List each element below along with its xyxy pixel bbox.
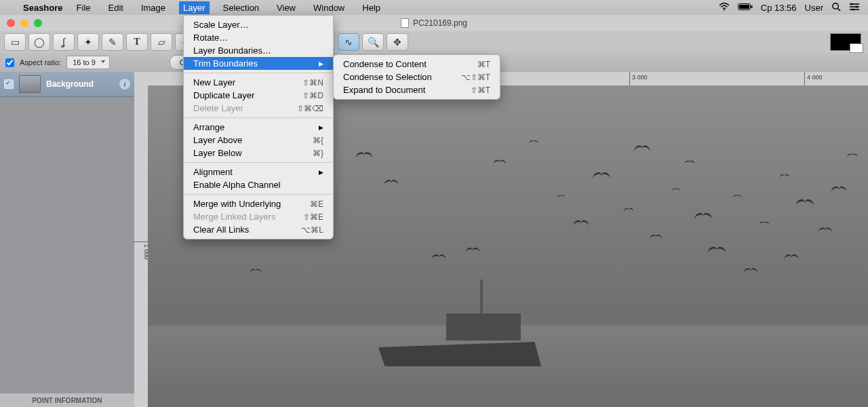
svg-rect-2 [739, 5, 749, 9]
menu-help[interactable]: Help [358, 1, 384, 14]
menu-item-clear-all-links[interactable]: Clear All Links⌥⌘L [184, 223, 333, 236]
control-center-icon[interactable] [849, 3, 860, 13]
zoom-window-button[interactable] [34, 19, 42, 27]
menu-item-layer-boundaries[interactable]: Layer Boundaries… [184, 44, 333, 57]
tool-smudge[interactable]: ∿ [338, 33, 359, 51]
svg-rect-3 [751, 5, 752, 8]
traffic-lights [7, 19, 42, 27]
battery-icon[interactable] [738, 3, 753, 13]
tool-rect-select[interactable]: ▭ [4, 33, 26, 51]
menu-item-alignment[interactable]: Alignment▶ [184, 166, 333, 178]
status-area: Ср 13:56 User [719, 2, 860, 14]
layer-menu-dropdown: Scale Layer…Rotate…Layer Boundaries…Trim… [183, 15, 334, 239]
wifi-icon[interactable] [719, 3, 730, 13]
layer-thumbnail [19, 75, 41, 93]
tool-text[interactable]: T [126, 33, 148, 51]
menu-view[interactable]: View [273, 1, 300, 14]
tool-lasso[interactable]: ʆ [53, 33, 75, 51]
menu-item-duplicate-layer[interactable]: Duplicate Layer⇧⌘D [184, 89, 333, 102]
submenu-item-expand-to-document[interactable]: Expand to Document⇧⌘T [334, 83, 500, 96]
tool-eraser[interactable]: ▱ [151, 33, 172, 51]
tool-wand[interactable]: ✦ [77, 33, 99, 51]
menu-edit[interactable]: Edit [104, 1, 127, 14]
tool-brush[interactable]: ✎ [102, 33, 123, 51]
layer-name: Background [46, 79, 94, 89]
aspect-ratio-select[interactable]: 16 to 9 [66, 56, 110, 69]
window-title: PC210169.png [401, 18, 467, 28]
submenu-item-condense-to-selection[interactable]: Condense to Selection⌥⇧⌘T [334, 71, 500, 83]
layer-row[interactable]: Background i [0, 72, 134, 97]
trim-boundaries-submenu: Condense to Content⌘TCondense to Selecti… [333, 54, 500, 100]
menu-item-layer-below[interactable]: Layer Below⌘} [184, 147, 333, 159]
menu-item-rotate[interactable]: Rotate… [184, 31, 333, 44]
menu-layer[interactable]: Layer [179, 1, 210, 14]
svg-point-11 [852, 8, 854, 10]
tool-toolbar: ▭◯ʆ✦✎T▱◇▦➤✋⌗✐∿🔍✥ [0, 31, 868, 54]
aspect-ratio-checkbox[interactable] [5, 58, 14, 67]
menu-selection[interactable]: Selection [219, 1, 263, 14]
close-window-button[interactable] [7, 19, 15, 27]
svg-point-4 [833, 3, 838, 8]
window-title-text: PC210169.png [413, 18, 467, 28]
color-well[interactable] [830, 33, 861, 51]
menu-item-merge-with-underlying[interactable]: Merge with Underlying⌘E [184, 197, 333, 210]
svg-point-9 [850, 3, 852, 5]
menu-item-trim-boundaries[interactable]: Trim Boundaries▶ [184, 57, 333, 70]
tool-move[interactable]: ✥ [387, 33, 408, 51]
vertical-ruler: 1 000 [134, 85, 149, 407]
layer-visibility-toggle[interactable] [4, 79, 14, 89]
image-content [378, 292, 541, 366]
document-icon [401, 18, 409, 28]
svg-point-0 [724, 9, 725, 10]
menu-item-delete-layer: Delete Layer⇧⌘⌫ [184, 102, 333, 115]
menu-window[interactable]: Window [309, 1, 349, 14]
menu-file[interactable]: File [73, 1, 95, 14]
menu-item-merge-linked-layers: Merge Linked Layers⇧⌘E [184, 210, 333, 223]
layer-info-button[interactable]: i [119, 79, 130, 90]
menu-item-new-layer[interactable]: New Layer⇧⌘N [184, 76, 333, 89]
layers-panel: Background i POINT INFORMATION [0, 72, 134, 407]
svg-point-10 [855, 5, 857, 7]
window-titlebar: PC210169.png [0, 15, 868, 31]
menubar: Seashore FileEditImageLayerSelectionView… [0, 0, 868, 15]
app-name[interactable]: Seashore [23, 3, 63, 13]
clock[interactable]: Ср 13:56 [761, 3, 797, 13]
menu-item-layer-above[interactable]: Layer Above⌘{ [184, 134, 333, 147]
tool-ellipse-select[interactable]: ◯ [28, 33, 50, 51]
point-information-header: POINT INFORMATION [0, 393, 134, 407]
svg-line-5 [837, 8, 840, 11]
menu-item-enable-alpha-channel[interactable]: Enable Alpha Channel [184, 178, 333, 191]
aspect-ratio-label: Aspect ratio: [20, 58, 61, 66]
ruler-origin [134, 72, 149, 86]
tool-zoom[interactable]: 🔍 [362, 33, 384, 51]
menu-item-arrange[interactable]: Arrange▶ [184, 121, 333, 134]
spotlight-icon[interactable] [831, 2, 841, 14]
submenu-item-condense-to-content[interactable]: Condense to Content⌘T [334, 58, 500, 71]
menu-item-scale-layer[interactable]: Scale Layer… [184, 18, 333, 31]
user-menu[interactable]: User [805, 3, 823, 13]
menu-image[interactable]: Image [137, 1, 170, 14]
minimize-window-button[interactable] [20, 19, 28, 27]
